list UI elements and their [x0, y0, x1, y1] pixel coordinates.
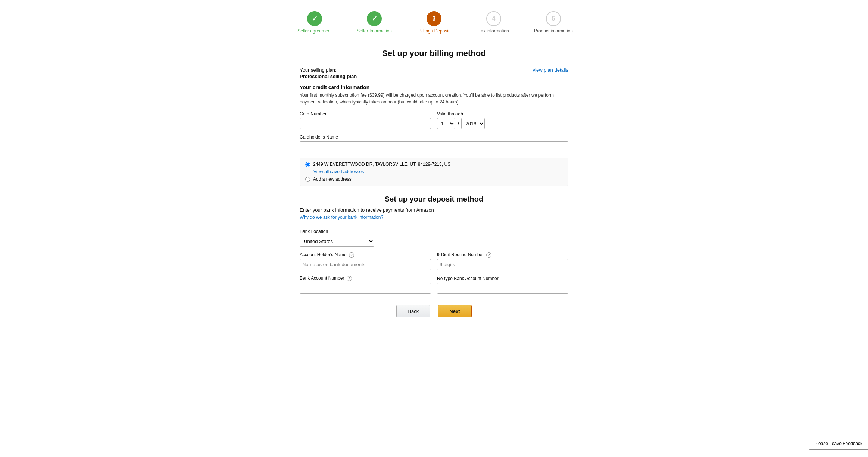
card-number-label: Card Number	[300, 111, 431, 116]
step-label-4: Tax information	[478, 28, 509, 34]
cardholder-name-group: Cardholder's Name	[300, 134, 568, 152]
step-number-3: 3	[433, 15, 436, 22]
selling-plan-value: Professional selling plan	[300, 74, 357, 79]
cardholder-name-label: Cardholder's Name	[300, 134, 568, 140]
step-circle-2	[367, 11, 382, 26]
step-tax-information: 4 Tax information	[464, 11, 524, 34]
valid-through-label: Valid through	[437, 111, 568, 116]
slash-divider: /	[458, 121, 459, 127]
step-label-2: Seller Information	[357, 28, 392, 34]
deposit-title: Set up your deposit method	[300, 195, 568, 203]
step-seller-agreement: Seller agreement	[285, 11, 344, 34]
routing-number-label: 9-Digit Routing Number ?	[437, 252, 568, 258]
next-button[interactable]: Next	[438, 305, 471, 317]
view-plan-link[interactable]: view plan details	[533, 67, 568, 73]
step-billing-deposit: 3 Billing / Deposit	[404, 11, 464, 34]
bank-account-input[interactable]	[300, 283, 431, 294]
step-circle-4: 4	[486, 11, 501, 26]
plan-row: Your selling plan: Professional selling …	[300, 67, 568, 80]
view-saved-link[interactable]: View all saved addresses	[313, 169, 563, 174]
step-label-3: Billing / Deposit	[419, 28, 450, 34]
step-seller-information: Seller Information	[344, 11, 404, 34]
account-holder-input[interactable]	[300, 259, 431, 270]
add-new-address-label: Add a new address	[313, 177, 352, 182]
credit-card-heading: Your credit card information	[300, 84, 568, 90]
bank-account-label: Bank Account Number ?	[300, 276, 431, 281]
selling-plan-label: Your selling plan:	[300, 67, 357, 73]
year-select[interactable]: 2018201920202021 2022202320242025	[461, 118, 485, 129]
progress-bar: Seller agreement Seller Information 3 Bi…	[0, 0, 868, 41]
address-radio-row: 2449 W EVERETTWOOD DR, TAYLORSVILLE, UT,…	[305, 162, 563, 167]
bank-account-row: Bank Account Number ? Re-type Bank Accou…	[300, 276, 568, 294]
step-circle-5: 5	[546, 11, 561, 26]
cardholder-name-input[interactable]	[300, 141, 568, 152]
account-holder-label: Account Holder's Name ?	[300, 252, 431, 258]
bank-account-help-icon[interactable]: ?	[347, 276, 352, 281]
card-number-input[interactable]	[300, 118, 431, 129]
account-holder-group: Account Holder's Name ?	[300, 252, 431, 270]
feedback-button[interactable]: Please Leave Feedback	[809, 438, 868, 450]
button-row: Back Next	[300, 305, 568, 317]
account-routing-row: Account Holder's Name ? 9-Digit Routing …	[300, 252, 568, 270]
bank-info-link[interactable]: Why do we ask for your bank information?…	[300, 215, 386, 220]
routing-number-group: 9-Digit Routing Number ?	[437, 252, 568, 270]
bank-account-group: Bank Account Number ?	[300, 276, 431, 294]
retype-bank-account-label: Re-type Bank Account Number	[437, 276, 568, 281]
valid-through-group: Valid through 1234 5678 9101112 / 201820…	[437, 111, 568, 129]
address-box: 2449 W EVERETTWOOD DR, TAYLORSVILLE, UT,…	[300, 158, 568, 186]
credit-card-desc: Your first monthly subscription fee ($39…	[300, 92, 568, 105]
bank-location-group: Bank Location United States Canada Unite…	[300, 229, 568, 247]
back-button[interactable]: Back	[396, 305, 430, 317]
account-holder-help-icon[interactable]: ?	[349, 252, 354, 258]
step-circle-1	[307, 11, 322, 26]
step-number-4: 4	[492, 15, 496, 22]
checkmark-icon	[312, 15, 318, 23]
step-label-1: Seller agreement	[297, 28, 331, 34]
step-number-5: 5	[552, 15, 555, 22]
add-new-row: Add a new address	[305, 177, 563, 182]
saved-address-radio[interactable]	[305, 162, 310, 167]
month-select[interactable]: 1234 5678 9101112	[437, 118, 455, 129]
retype-bank-account-group: Re-type Bank Account Number	[437, 276, 568, 294]
retype-bank-account-input[interactable]	[437, 283, 568, 294]
checkmark-icon-2	[372, 15, 377, 23]
deposit-desc: Enter your bank information to receive p…	[300, 207, 568, 213]
saved-address-text: 2449 W EVERETTWOOD DR, TAYLORSVILLE, UT,…	[313, 162, 450, 167]
step-circle-3: 3	[427, 11, 441, 26]
step-label-5: Product information	[534, 28, 573, 34]
routing-number-input[interactable]	[437, 259, 568, 270]
card-number-row: Card Number Valid through 1234 5678 9101…	[300, 111, 568, 129]
add-new-address-radio[interactable]	[305, 177, 310, 182]
card-number-group: Card Number	[300, 111, 431, 129]
page-title: Set up your billing method	[300, 49, 568, 58]
bank-location-label: Bank Location	[300, 229, 568, 234]
bank-location-select[interactable]: United States Canada United Kingdom Aust…	[300, 236, 374, 247]
valid-through-selects: 1234 5678 9101112 / 2018201920202021 202…	[437, 118, 568, 129]
credit-card-section: Your credit card information Your first …	[300, 84, 568, 186]
routing-number-help-icon[interactable]: ?	[486, 252, 491, 258]
selling-plan-info: Your selling plan: Professional selling …	[300, 67, 357, 80]
main-content: Set up your billing method Your selling …	[292, 41, 576, 340]
step-product-information: 5 Product information	[524, 11, 583, 34]
